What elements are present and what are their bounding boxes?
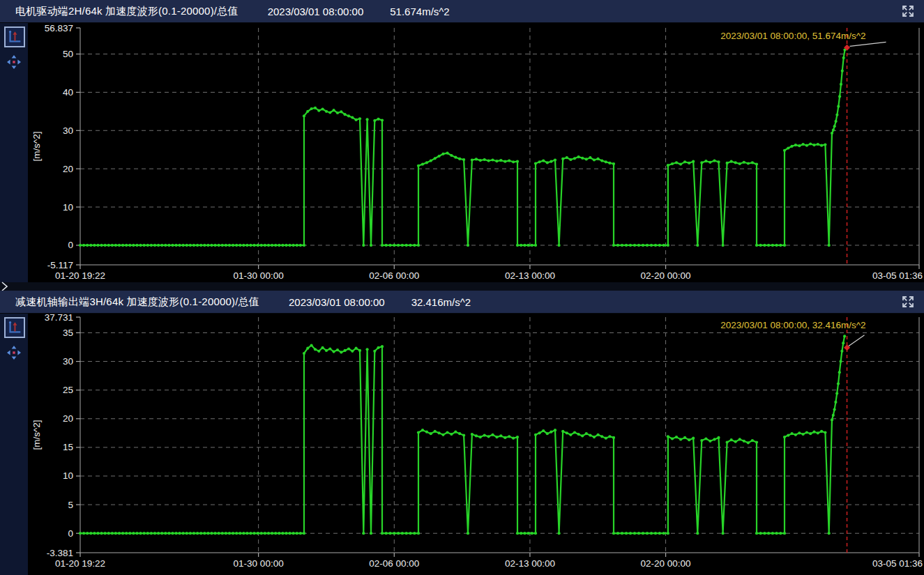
channel-title: 减速机轴输出端3H/64k 加速度波形(0.1-20000)/总值 [15, 296, 259, 309]
x-tick-label: 01-20 19:22 [55, 270, 105, 281]
x-tick-label: 03-05 01:36 [872, 558, 923, 569]
x-tick-label: 02-13 00:00 [505, 270, 555, 281]
series-line [79, 48, 847, 247]
x-axis: 01-20 19:2201-30 00:0002-06 00:0002-13 0… [55, 553, 923, 569]
axes [80, 317, 919, 553]
pan-tool-icon[interactable] [6, 54, 22, 70]
expand-icon[interactable] [899, 293, 917, 311]
y-axis-scale-tool-icon[interactable] [4, 26, 25, 47]
cursor-annotation-label: 2023/03/01 08:00:00, 32.416m/s^2 [720, 320, 865, 330]
cursor-timestamp: 2023/03/01 08:00:00 [289, 296, 385, 308]
trend-chart-gearbox[interactable]: 0510152025303537.731-3.381[m/s^2]01-20 1… [0, 314, 924, 575]
y-tick-label: 56.837 [45, 23, 73, 33]
chart-toolbar-rail [0, 314, 28, 575]
y-tick-label: 20 [63, 164, 73, 174]
cursor-timestamp: 2023/03/01 08:00:00 [268, 6, 364, 17]
y-tick-label: -3.381 [47, 548, 73, 558]
x-tick-label: 01-20 19:22 [55, 558, 105, 569]
y-axis: 0102030405056.837-5.117[m/s^2] [31, 23, 80, 270]
gridlines [80, 317, 919, 553]
x-tick-label: 03-05 01:36 [872, 270, 923, 281]
x-tick-label: 02-06 00:00 [369, 558, 419, 569]
x-tick-label: 02-20 00:00 [641, 558, 691, 569]
y-tick-label: 0 [68, 240, 73, 250]
y-tick-label: 30 [63, 356, 73, 367]
y-tick-label: 20 [63, 413, 73, 424]
y-axis-unit-label: [m/s^2] [31, 420, 42, 450]
cursor-value: 51.674m/s^2 [390, 6, 449, 17]
cursor-value: 32.416m/s^2 [411, 296, 471, 308]
channel-title: 电机驱动端2H/64k 加速度波形(0.1-20000)/总值 [15, 5, 238, 18]
y-tick-label: 25 [63, 385, 73, 395]
y-tick-label: 5 [68, 500, 73, 510]
vibration-trend-app: 电机驱动端2H/64k 加速度波形(0.1-20000)/总值 2023/03/… [0, 0, 924, 575]
y-tick-label: 35 [63, 328, 73, 338]
annotation-leader-line [849, 335, 865, 346]
y-tick-label: 30 [63, 125, 73, 136]
panel-header: 电机驱动端2H/64k 加速度波形(0.1-20000)/总值 2023/03/… [0, 0, 924, 23]
y-tick-label: 40 [63, 87, 73, 98]
y-tick-label: 10 [63, 470, 73, 481]
y-tick-label: 50 [63, 49, 73, 59]
x-tick-label: 02-13 00:00 [505, 558, 555, 569]
y-tick-label: 10 [63, 202, 73, 213]
trend-chart-motor[interactable]: 0102030405056.837-5.117[m/s^2]01-20 19:2… [0, 23, 924, 282]
y-axis-scale-tool-icon[interactable] [4, 317, 25, 338]
x-tick-label: 02-06 00:00 [369, 270, 419, 281]
x-tick-label: 02-20 00:00 [641, 270, 691, 281]
y-axis-unit-label: [m/s^2] [31, 131, 42, 161]
y-tick-label: -5.117 [47, 260, 73, 270]
series-line [79, 335, 846, 535]
cursor[interactable]: 2023/03/01 08:00:00, 32.416m/s^2 [720, 317, 865, 553]
x-tick-label: 01-30 00:00 [234, 270, 284, 281]
y-tick-label: 0 [68, 528, 73, 539]
panel-header: 减速机轴输出端3H/64k 加速度波形(0.1-20000)/总值 2023/0… [0, 291, 924, 314]
expand-icon[interactable] [899, 2, 917, 20]
cursor-annotation-label: 2023/03/01 08:00:00, 51.674m/s^2 [720, 31, 865, 41]
y-tick-label: 15 [63, 442, 73, 452]
pan-tool-icon[interactable] [6, 345, 22, 360]
x-tick-label: 01-30 00:00 [234, 558, 284, 569]
cursor[interactable]: 2023/03/01 08:00:00, 51.674m/s^2 [720, 28, 886, 265]
annotation-leader-line [850, 42, 886, 46]
y-tick-label: 37.731 [45, 314, 73, 323]
chart-toolbar-rail [0, 23, 28, 282]
x-axis: 01-20 19:2201-30 00:0002-06 00:0002-13 0… [55, 265, 923, 281]
trend-panel-motor: 电机驱动端2H/64k 加速度波形(0.1-20000)/总值 2023/03/… [0, 0, 924, 282]
panel-divider [0, 282, 924, 291]
trend-panel-gearbox: 减速机轴输出端3H/64k 加速度波形(0.1-20000)/总值 2023/0… [0, 291, 924, 575]
y-axis: 0510152025303537.731-3.381[m/s^2] [31, 314, 80, 558]
